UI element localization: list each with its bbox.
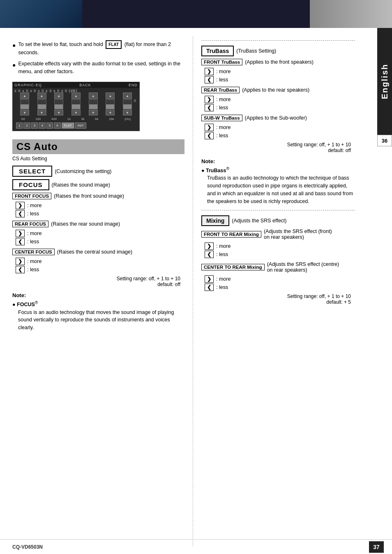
eq-bar-mid-1	[20, 99, 29, 109]
front-focus-less-btn[interactable]: ❮	[16, 210, 25, 217]
center-rear-less-btn[interactable]: ❮	[205, 284, 214, 291]
bullet-item-1: ● To set the level to flat, touch and ho…	[12, 40, 184, 57]
subw-trubass-row: SUB-W TruBass (Applies to the Sub-woofer…	[201, 115, 355, 121]
front-rear-less-label: : less	[216, 252, 228, 257]
center-focus-more-label: : more	[27, 259, 42, 264]
front-focus-more-label: : more	[27, 203, 42, 208]
eq-back: BACK	[79, 83, 91, 87]
center-rear-mixing-row: CENTER TO REAR Mixing (Adjusts the SRS e…	[201, 261, 355, 273]
mixing-heading-desc: (Adjusts the SRS effect)	[232, 218, 286, 224]
center-rear-less-row: ❮ : less	[205, 284, 355, 291]
freq-hz: (Hz)	[125, 117, 131, 121]
rear-trubass-less-label: : less	[216, 105, 228, 111]
language-sidebar: English	[377, 28, 392, 135]
eq-bar-top-2: ▲	[37, 92, 46, 99]
eq-buttons: 1 2 3 4 5 6 FLAT INIT	[13, 122, 139, 129]
freq-1k: 1k	[67, 117, 70, 121]
front-rear-more-btn[interactable]: ❯	[205, 242, 214, 250]
eq-bar-6: ▲ ▼	[106, 92, 115, 115]
rear-focus-less-label: : less	[27, 239, 39, 245]
eq-bar-mid-6	[106, 99, 115, 109]
rear-trubass-less-btn[interactable]: ❮	[205, 104, 214, 111]
select-desc: (Customizing the setting)	[55, 169, 111, 174]
cs-auto-heading: CS Auto	[12, 139, 184, 154]
eq-bar-bot-6: ▼	[106, 110, 115, 115]
eq-bar-2: ▲ ▼	[37, 92, 46, 115]
rear-trubass-more-row: ❯ : more	[205, 96, 355, 103]
front-rear-less-btn[interactable]: ❮	[205, 251, 214, 258]
rear-focus-more-label: : more	[27, 231, 42, 236]
eq-btn-4[interactable]: 4	[39, 122, 45, 129]
eq-btn-2[interactable]: 2	[23, 122, 30, 129]
center-rear-mixing-desc: (Adjusts the SRS effect (centre) on rear…	[267, 261, 339, 273]
center-rear-more-btn[interactable]: ❯	[205, 275, 214, 283]
cs-auto-section: CS Auto CS Auto Setting SELECT (Customiz…	[12, 139, 184, 332]
eq-bar-bot-2: ▼	[37, 110, 46, 115]
front-trubass-less-btn[interactable]: ❮	[205, 76, 214, 83]
eq-btn-init[interactable]: INIT	[75, 122, 86, 129]
mixing-heading-label: Mixing	[201, 215, 229, 226]
rear-trubass-desc: (Applies to the rear speakers)	[242, 87, 309, 93]
center-rear-more-row: ❯ : more	[205, 275, 355, 283]
note-cs-title: Note:	[12, 291, 184, 300]
subw-trubass-more-btn[interactable]: ❯	[205, 124, 214, 131]
note-cs-focus-sup: ®	[35, 300, 38, 305]
bullet-section: ● To set the level to flat, touch and ho…	[12, 40, 184, 75]
eq-title: GRAPHIC-EQ	[14, 83, 42, 87]
subw-trubass-label: SUB-W TruBass	[201, 115, 242, 121]
eq-btn-flat[interactable]: FLAT	[62, 122, 74, 129]
bullet-text-1: To set the level to flat, touch and hold…	[18, 40, 184, 57]
select-label: SELECT	[12, 166, 52, 177]
subw-trubass-less-row: ❮ : less	[205, 132, 355, 139]
subw-trubass-more-row: ❯ : more	[205, 124, 355, 131]
trubass-section: TruBass (TruBass Setting) FRONT TruBass …	[201, 46, 355, 205]
subw-trubass-less-btn[interactable]: ❮	[205, 132, 214, 139]
eq-btn-5[interactable]: 5	[46, 122, 53, 129]
trubass-setting-range: Setting range: off, + 1 to + 10 default:…	[201, 142, 355, 153]
eq-bar-top-4: ▲	[71, 92, 81, 99]
eq-bar-top-3: ▲	[54, 92, 63, 99]
eq-btn-3[interactable]: 3	[31, 122, 38, 129]
mixing-heading-row: Mixing (Adjusts the SRS effect)	[201, 215, 355, 226]
rear-focus-less-btn[interactable]: ❮	[16, 238, 25, 245]
center-focus-more-btn[interactable]: ❯	[16, 258, 25, 265]
subw-trubass-less-label: : less	[216, 133, 228, 138]
rear-trubass-more-btn[interactable]: ❯	[205, 96, 214, 103]
freq-400: 400	[51, 117, 57, 121]
freq-60: 60	[21, 117, 25, 121]
eq-display: GRAPHIC-EQ BACK END ± 0 ± 0 ± 0 ± 0 ± 0 …	[12, 82, 140, 131]
eq-header: GRAPHIC-EQ BACK END	[13, 82, 139, 88]
note-trubass-bullet: ● TruBass®	[201, 166, 355, 175]
freq-16k: 16k	[109, 117, 114, 121]
note-trubass: Note: ● TruBass® TruBass is an audio tec…	[201, 157, 355, 205]
center-focus-less-btn[interactable]: ❮	[16, 266, 25, 273]
front-rear-more-label: : more	[216, 243, 231, 249]
mid-divider-right	[201, 210, 355, 210]
rear-focus-more-btn[interactable]: ❯	[16, 230, 25, 237]
top-divider-right	[201, 40, 355, 41]
focus-desc: (Raises the sound image)	[52, 182, 110, 188]
mixing-setting-range: Setting range: off, + 1 to + 10 default:…	[201, 293, 355, 305]
eq-bar-bot-7: ▼	[123, 110, 132, 115]
front-rear-mixing-label: FRONT TO REAR Mixing	[201, 231, 261, 238]
eq-bar-1: ▲ ▼	[20, 92, 29, 115]
note-cs-bullet-label: ● FOCUS®	[12, 300, 184, 309]
center-focus-label: CENTER FOCUS	[12, 249, 55, 255]
center-rear-mixing-label: CENTER TO REAR Mixing	[201, 264, 265, 270]
trubass-heading-desc: (TruBass Setting)	[236, 48, 276, 54]
front-focus-more-btn[interactable]: ❯	[16, 202, 25, 209]
banner-image-right	[310, 0, 392, 28]
left-column: ● To set the level to flat, touch and ho…	[0, 36, 193, 546]
rear-trubass-less-row: ❮ : less	[205, 104, 355, 111]
eq-btn-6[interactable]: 6	[54, 122, 60, 129]
page-number-badge-36: 36	[377, 135, 392, 146]
front-rear-mixing-row: FRONT TO REAR Mixing (Adjusts the SRS ef…	[201, 229, 355, 240]
front-trubass-more-btn[interactable]: ❯	[205, 68, 214, 75]
eq-btn-1[interactable]: 1	[16, 122, 23, 129]
eq-end: END	[129, 83, 138, 87]
select-row: SELECT (Customizing the setting)	[12, 166, 184, 177]
flat-button-label: FLAT	[106, 40, 122, 49]
cs-setting-range: Setting range: off, + 1 to + 10 default:…	[12, 276, 184, 287]
bullet-dot-2: ●	[12, 61, 16, 69]
eq-bar-mid-4	[71, 99, 81, 109]
